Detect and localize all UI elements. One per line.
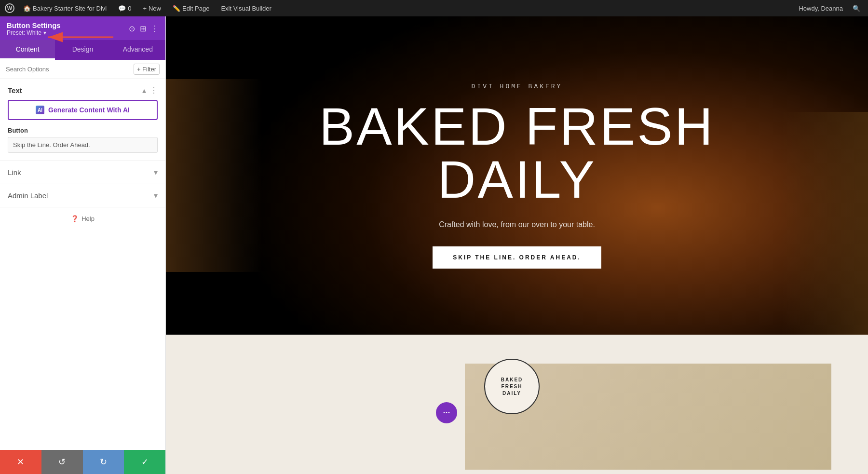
text-section-header: Text ⋮ [0,79,165,100]
history-icon[interactable]: ⊙ [129,24,135,33]
plus-icon: + [143,5,147,12]
hand-left-decoration [166,79,262,272]
text-section-collapse-icon[interactable] [142,86,146,95]
website-preview: DIVI HOME BAKERY BAKED FRESH DAILY Craft… [166,16,868,474]
text-section: Text ⋮ AI Generate Content With AI Butto… [0,79,165,161]
hero-content: DIVI HOME BAKERY BAKED FRESH DAILY Craft… [319,83,715,269]
panel-footer: ✕ ↺ ↻ ✓ [0,450,165,474]
hero-section: DIVI HOME BAKERY BAKED FRESH DAILY Craft… [166,16,868,335]
panel-header: Button Settings Preset: White ▾ ⊙ ⊞ ⋮ [0,16,165,40]
help-link[interactable]: ❓ Help [0,207,165,230]
wordpress-logo-icon[interactable]: W [5,3,14,13]
main-layout: Button Settings Preset: White ▾ ⊙ ⊞ ⋮ Co… [0,16,868,474]
hand-right-decoration [781,112,868,335]
redo-button[interactable]: ↻ [83,450,124,474]
hero-title-line1: BAKED FRESH [319,100,715,153]
panel-search-bar: + Filter [0,60,165,79]
button-field-label: Button [0,127,165,137]
below-hero-section: ··· BAKED FRESH DAILY [166,335,868,474]
panel-preset[interactable]: Preset: White ▾ [7,29,61,36]
exit-builder-button[interactable]: Exit Visual Builder [218,4,274,13]
wordpress-admin-bar: W 🏠 Bakery Starter Site for Divi 💬 0 + N… [0,0,868,16]
tab-content[interactable]: Content [0,40,55,60]
link-section-toggle[interactable]: Link [0,161,165,184]
panel-title-area: Button Settings Preset: White ▾ [7,21,61,36]
link-section: Link [0,161,165,184]
text-section-title: Text [8,86,22,95]
hero-description: Crafted with love, from our oven to your… [319,220,715,229]
hero-title: BAKED FRESH DAILY [319,100,715,206]
bakery-site-icon: 🏠 [23,5,31,12]
search-icon[interactable]: 🔍 [850,4,863,13]
save-button[interactable]: ✓ [124,450,165,474]
new-content-button[interactable]: + New [140,4,164,13]
panel-content: Text ⋮ AI Generate Content With AI Butto… [0,79,165,450]
link-section-title: Link [8,168,21,176]
hero-cta-button[interactable]: SKIP THE LINE. ORDER AHEAD. [433,246,601,269]
cancel-button[interactable]: ✕ [0,450,41,474]
site-name-link[interactable]: 🏠 Bakery Starter Site for Divi [20,4,109,13]
layout-icon[interactable]: ⊞ [140,24,146,33]
circle-badge: BAKED FRESH DAILY [484,359,540,414]
hero-subtitle: DIVI HOME BAKERY [319,83,715,90]
text-section-more-icon[interactable]: ⋮ [150,86,158,95]
panel-header-icons: ⊙ ⊞ ⋮ [129,24,159,33]
comments-icon: 💬 [118,5,126,12]
search-options-input[interactable] [6,66,131,73]
admin-label-title: Admin Label [8,191,48,200]
wp-bar-right: Howdy, Deanna 🔍 [796,4,863,13]
edit-page-button[interactable]: ✏️ Edit Page [170,4,212,13]
filter-button[interactable]: + Filter [134,64,160,75]
hero-title-line2: DAILY [319,153,715,206]
admin-label-section-toggle[interactable]: Admin Label [0,184,165,207]
more-options-icon[interactable]: ⋮ [151,24,159,33]
help-circle-icon: ❓ [71,215,79,222]
edit-icon: ✏️ [173,5,180,12]
chevron-down-small-icon: ▾ [43,29,46,36]
settings-panel: Button Settings Preset: White ▾ ⊙ ⊞ ⋮ Co… [0,16,166,474]
panel-tabs: Content Design Advanced [0,40,165,60]
ai-icon: AI [36,106,44,114]
tab-advanced[interactable]: Advanced [110,40,165,60]
howdy-user: Howdy, Deanna [796,4,846,13]
badge-text: BAKED FRESH DAILY [501,377,523,397]
admin-label-section: Admin Label [0,184,165,207]
link-section-chevron-icon [154,168,158,177]
button-text-input[interactable] [8,137,158,153]
text-section-controls: ⋮ [142,86,158,95]
options-bubble[interactable]: ··· [436,402,457,423]
admin-label-chevron-icon [154,191,158,200]
tab-design[interactable]: Design [55,40,110,60]
panel-title: Button Settings [7,21,61,29]
generate-ai-button[interactable]: AI Generate Content With AI [8,100,158,120]
comments-link[interactable]: 💬 0 [115,4,134,13]
undo-button[interactable]: ↺ [41,450,83,474]
